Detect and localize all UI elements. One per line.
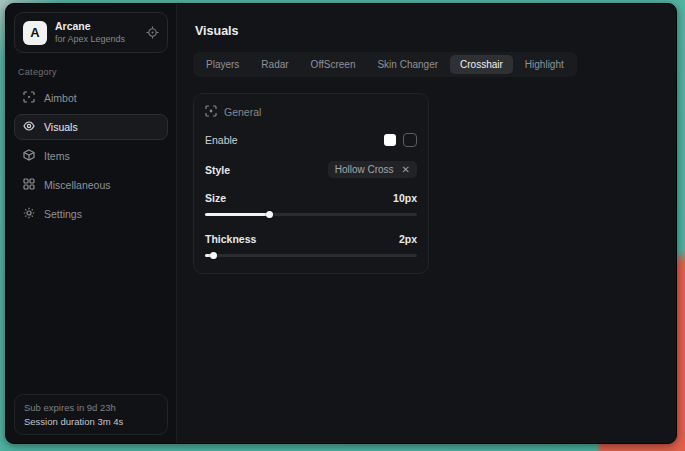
app-subtitle: for Apex Legends xyxy=(55,34,138,45)
style-value: Hollow Cross xyxy=(335,164,394,175)
brand-text: Arcane for Apex Legends xyxy=(55,20,138,45)
app-name: Arcane xyxy=(55,20,138,33)
enable-row: Enable xyxy=(205,133,417,147)
sidebar-item-label: Visuals xyxy=(44,121,78,133)
style-row: Style Hollow Cross ✕ xyxy=(205,161,417,178)
style-select-tag[interactable]: Hollow Cross ✕ xyxy=(328,161,417,178)
size-row: Size 10px xyxy=(205,192,417,204)
tab-highlight[interactable]: Highlight xyxy=(515,55,574,74)
tab-offscreen[interactable]: OffScreen xyxy=(301,55,366,74)
sidebar-item-label: Settings xyxy=(44,208,82,220)
size-slider[interactable] xyxy=(205,209,417,219)
crosshair-target-icon[interactable] xyxy=(146,26,159,39)
box-icon xyxy=(23,149,35,163)
crosshair-focus-icon xyxy=(23,91,35,105)
style-label: Style xyxy=(205,164,230,176)
brand-card: A Arcane for Apex Legends xyxy=(14,12,168,53)
size-label: Size xyxy=(205,192,226,204)
panel-header: General xyxy=(205,105,417,119)
sidebar-item-aimbot[interactable]: Aimbot xyxy=(14,85,168,111)
slider-thumb[interactable] xyxy=(210,252,217,259)
enable-controls xyxy=(384,133,417,147)
sidebar-spacer xyxy=(14,227,168,394)
visuals-tabbar: Players Radar OffScreen Skin Changer Cro… xyxy=(193,52,577,77)
sidebar-item-visuals[interactable]: Visuals xyxy=(14,114,168,140)
general-panel: General Enable Style Hollow Cross ✕ Size… xyxy=(193,93,429,274)
gear-icon xyxy=(23,207,35,221)
slider-thumb[interactable] xyxy=(266,211,273,218)
sidebar-item-label: Items xyxy=(44,150,70,162)
app-window: A Arcane for Apex Legends Category xyxy=(5,3,677,444)
scan-focus-icon xyxy=(205,105,217,119)
clear-style-icon[interactable]: ✕ xyxy=(402,164,410,175)
enable-checkbox[interactable] xyxy=(403,133,417,147)
thickness-row: Thickness 2px xyxy=(205,233,417,245)
tab-skin-changer[interactable]: Skin Changer xyxy=(367,55,448,74)
category-label: Category xyxy=(18,67,164,77)
sub-expires-text: Sub expires in 9d 23h xyxy=(24,402,158,413)
subscription-info-box: Sub expires in 9d 23h Session duration 3… xyxy=(14,394,168,435)
tab-radar[interactable]: Radar xyxy=(251,55,298,74)
session-duration-text: Session duration 3m 4s xyxy=(24,416,158,427)
eye-icon xyxy=(23,120,35,134)
panel-title: General xyxy=(224,106,261,118)
sidebar-item-settings[interactable]: Settings xyxy=(14,201,168,227)
enable-label: Enable xyxy=(205,134,238,146)
app-logo: A xyxy=(23,21,47,45)
tab-crosshair[interactable]: Crosshair xyxy=(450,55,513,74)
sidebar-item-label: Aimbot xyxy=(44,92,77,104)
grid-icon xyxy=(23,178,35,192)
slider-track xyxy=(205,254,417,257)
sidebar-item-miscellaneous[interactable]: Miscellaneous xyxy=(14,172,168,198)
thickness-label: Thickness xyxy=(205,233,256,245)
sidebar-item-items[interactable]: Items xyxy=(14,143,168,169)
sidebar-nav: Aimbot Visuals Items xyxy=(14,85,168,227)
page-title: Visuals xyxy=(195,24,660,38)
color-swatch[interactable] xyxy=(384,134,396,146)
tab-players[interactable]: Players xyxy=(196,55,249,74)
thickness-value: 2px xyxy=(399,233,417,245)
thickness-slider[interactable] xyxy=(205,250,417,260)
sidebar: A Arcane for Apex Legends Category xyxy=(6,4,177,443)
slider-fill xyxy=(205,213,269,216)
main-content: Visuals Players Radar OffScreen Skin Cha… xyxy=(177,4,676,443)
size-value: 10px xyxy=(393,192,417,204)
sidebar-item-label: Miscellaneous xyxy=(44,179,111,191)
